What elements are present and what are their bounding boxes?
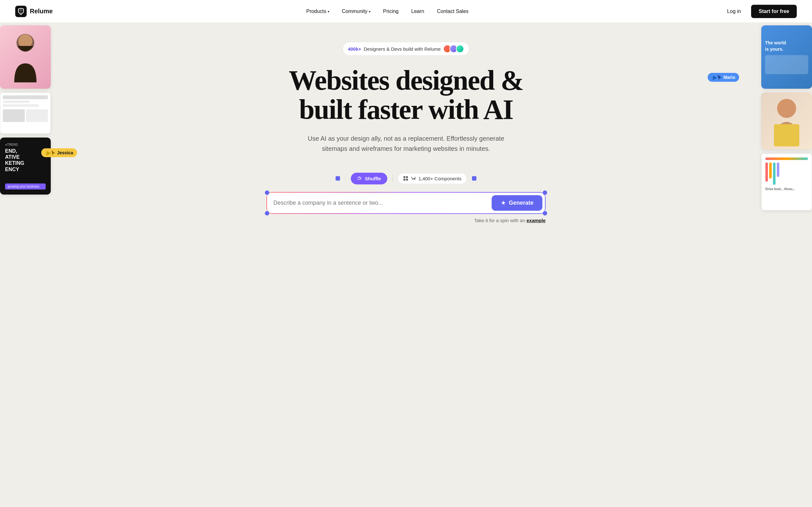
generate-wrapper: Generate [266,192,546,214]
right-card-refund [761,93,812,150]
toolbar-divider [392,175,393,182]
nav-contact-sales[interactable]: Contact Sales [432,6,473,17]
nav-logo-text: Relume [30,8,53,15]
nav-community[interactable]: Community ▾ [337,6,375,17]
generate-section: Generate Take it for a spin with an exam… [266,192,546,223]
components-badge: 1,400+ Components [398,173,467,184]
nav-logo[interactable]: Relume [15,6,53,17]
svg-rect-7 [403,179,405,181]
svg-rect-6 [406,176,408,178]
corner-dot-tl [265,190,269,195]
nav-links: Products ▾ Community ▾ Pricing Learn Con… [301,6,473,17]
webflow-icon [411,176,416,181]
hero-title: Websites designed & built faster with AI [289,66,523,124]
nav-actions: Log in Start for free [722,5,797,18]
start-for-free-button[interactable]: Start for free [751,5,797,18]
generate-hint: Take it for a spin with an example [266,218,546,223]
badge-text: Designers & Devs build with Relume [364,46,441,52]
svg-point-3 [777,99,796,118]
navbar: Relume Products ▾ Community ▾ Pricing Le… [0,0,812,23]
shuffle-icon [357,176,362,181]
corner-dot-br [543,211,547,216]
nav-products[interactable]: Products ▾ [301,6,334,17]
left-card-dark: ●TREND END,ATIVEKETINGENCY growing your … [0,137,51,194]
component-toolbar: Shuffle 1,400+ Components [336,173,476,184]
generate-input[interactable] [273,200,488,206]
left-card-1 [0,25,51,89]
hero-section: ●TREND END,ATIVEKETINGENCY growing your … [0,0,812,507]
svg-rect-4 [774,124,799,147]
toolbar-dot-right [472,176,476,181]
chevron-down-icon: ▾ [369,10,370,13]
corner-dot-bl [265,211,269,216]
hero-subtitle: Use AI as your design ally, not as a rep… [298,133,514,154]
cursor-mario: Mario [708,73,739,82]
generate-button[interactable]: Generate [492,195,542,211]
right-card-blue: The worldis yours. [761,25,812,89]
badge-count: 400k+ [348,46,361,52]
svg-rect-8 [406,179,408,181]
relume-logo-icon [15,6,27,17]
cursor-icon [51,150,55,155]
login-link[interactable]: Log in [722,6,746,17]
hero-center: 400k+ Designers & Devs build with Relume… [247,23,565,223]
example-link[interactable]: example [526,218,546,223]
hero-badge: 400k+ Designers & Devs build with Relume [343,42,470,56]
components-icon [403,176,408,181]
left-card-pink [0,25,51,89]
cursor-icon [718,75,722,80]
right-card-tool: Drive busi... throu... [761,153,812,210]
components-count: 1,400+ Components [418,176,461,181]
avatar-group [443,45,464,53]
nav-learn[interactable]: Learn [406,6,429,17]
corner-dot-tr [543,190,547,195]
generate-label: Generate [509,200,534,206]
hero-title-line1: Websites designed & [289,65,523,96]
right-side-panels: The worldis yours. [761,25,812,210]
shuffle-button[interactable]: Shuffle [351,173,387,184]
avatar-3 [456,45,464,53]
toolbar-dot-left [336,176,340,181]
hero-title-line2: built faster with AI [299,94,513,125]
svg-rect-5 [403,176,405,178]
chevron-down-icon: ▾ [328,10,329,13]
left-card-wireframe [0,93,51,134]
nav-pricing[interactable]: Pricing [378,6,404,17]
sparkle-icon [501,200,506,206]
left-side-panels: ●TREND END,ATIVEKETINGENCY growing your … [0,25,51,194]
